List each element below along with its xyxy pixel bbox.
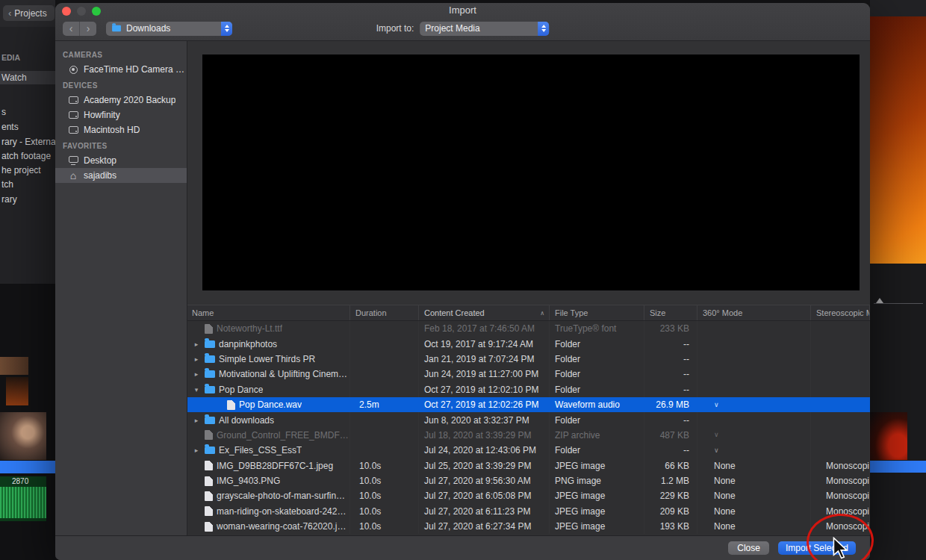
cell-created: Jul 27, 2020 at 6:05:08 PM <box>419 488 550 503</box>
file-name: danpinkphotos <box>219 339 277 349</box>
disclosure-triangle[interactable]: ▸ <box>192 355 201 363</box>
cell-name: woman-wearing-coat-762020.j… <box>187 519 350 534</box>
back-button[interactable]: ‹ <box>63 22 79 36</box>
table-row-all-downloads[interactable]: ▸All downloadsJun 8, 2020 at 3:32:37 PMF… <box>187 412 870 427</box>
cell-ftype: Folder <box>550 443 644 458</box>
dialog-titlebar[interactable]: Import <box>55 3 870 16</box>
cell-name: IMG_D9BB28DFF67C-1.jpeg <box>187 458 350 473</box>
cell-duration <box>350 321 419 336</box>
table-row-danpinkphotos[interactable]: ▸danpinkphotosOct 19, 2017 at 9:17:24 AM… <box>187 336 870 351</box>
sidebar-item-sajadibs[interactable]: sajadibs <box>55 168 187 183</box>
table-row-pop-dance-wav[interactable]: Pop Dance.wav2.5mOct 27, 2019 at 12:02:2… <box>187 397 870 412</box>
column-header-size[interactable]: Size <box>644 305 697 320</box>
cell-ftype: Folder <box>550 412 644 427</box>
cell-created: Feb 18, 2017 at 7:46:50 AM <box>419 321 550 336</box>
cell-created: Jul 18, 2020 at 3:39:29 PM <box>419 428 550 443</box>
sidebar-section-header: FAVORITES <box>55 137 187 153</box>
table-row-grayscale-photo-of-man-surfin[interactable]: grayscale-photo-of-man-surfin…10.0sJul 2… <box>187 488 870 503</box>
cell-stereo <box>811 352 870 367</box>
table-row-woman-wearing-coat-762020-j[interactable]: woman-wearing-coat-762020.j…10.0sJul 27,… <box>187 519 870 534</box>
bg-webcam-thumbnail <box>0 412 46 460</box>
zoom-window-button[interactable] <box>92 7 101 16</box>
cell-name: Pop Dance.wav <box>187 397 350 412</box>
cell-stereo <box>811 321 870 336</box>
bg-sidebar-fragment: s <box>1 107 6 117</box>
table-row-man-riding-on-skateboard-242[interactable]: man-riding-on-skateboard-242…10.0sJul 27… <box>187 504 870 519</box>
cell-created: Oct 27, 2019 at 12:02:26 PM <box>419 397 550 412</box>
cell-size: -- <box>644 367 697 382</box>
cell-duration: 2.5m <box>350 397 419 412</box>
column-header-ftype[interactable]: File Type <box>550 305 644 320</box>
file-name: grayscale-photo-of-man-surfin… <box>217 491 345 501</box>
cell-size: 487 KB <box>644 428 697 443</box>
location-dropdown[interactable]: Downloads <box>106 22 232 36</box>
preview-area <box>202 55 860 290</box>
cell-m360: None <box>697 473 811 488</box>
close-window-button[interactable] <box>62 7 71 16</box>
chevron-left-icon: ‹ <box>8 7 11 19</box>
sidebar-item-desktop[interactable]: Desktop <box>55 153 187 168</box>
cell-duration <box>350 336 419 351</box>
sidebar-section-header: DEVICES <box>55 77 187 93</box>
table-row-noteworthy-lt-ttf[interactable]: Noteworthy-Lt.ttfFeb 18, 2017 at 7:46:50… <box>187 321 870 336</box>
column-header-stereo[interactable]: Stereoscopic Mo <box>811 305 870 320</box>
bg-zoom-slider <box>874 303 923 304</box>
file-name: Pop Dance.wav <box>239 399 302 410</box>
location-dropdown-value: Downloads <box>126 23 217 34</box>
disclosure-triangle[interactable]: ▾ <box>192 386 201 393</box>
cell-duration: 10.0s <box>350 519 419 534</box>
history-nav: ‹ › <box>63 22 96 36</box>
window-title: Import <box>449 4 476 16</box>
bg-left-toolbar: ‹ Projects <box>0 0 55 27</box>
disclosure-triangle[interactable]: ▸ <box>192 417 201 424</box>
table-row-motivational-uplifting-cinema[interactable]: ▸Motivational & Uplifting Cinema…Jun 24,… <box>187 367 870 382</box>
cell-created: Jan 21, 2019 at 7:07:24 PM <box>419 352 550 367</box>
cell-size: 193 KB <box>644 519 697 534</box>
sidebar-item-academy-2020-backup[interactable]: Academy 2020 Backup <box>55 93 187 108</box>
bg-timeline-selected-clip-left <box>0 461 55 473</box>
document-icon <box>205 522 213 532</box>
cell-duration <box>350 428 419 443</box>
cell-duration: 10.0s <box>350 504 419 519</box>
sidebar-item-howfinity[interactable]: Howfinity <box>55 108 187 122</box>
document-icon <box>205 461 213 470</box>
file-name: IMG_9403.PNG <box>217 476 280 486</box>
document-icon <box>205 430 213 440</box>
disclosure-triangle[interactable]: ▸ <box>192 340 201 348</box>
cell-ftype: Waveform audio <box>550 397 644 412</box>
table-row-ex-files-css-esst[interactable]: ▸Ex_Files_CSS_EssTJul 24, 2020 at 12:43:… <box>187 443 870 458</box>
table-row-img-9403-png[interactable]: IMG_9403.PNG10.0sJul 27, 2020 at 9:56:30… <box>187 473 870 488</box>
disk-icon <box>67 94 79 106</box>
column-header-m360[interactable]: 360° Mode <box>697 305 811 320</box>
table-row-ground-control-free-bmdfilm[interactable]: Ground_Control_FREE_BMDFilm…Jul 18, 2020… <box>187 428 870 443</box>
cell-stereo <box>811 397 870 412</box>
import-to-dropdown[interactable]: Project Media <box>420 22 549 36</box>
disclosure-triangle[interactable]: ▸ <box>192 447 201 454</box>
cell-created: Jul 27, 2020 at 6:27:34 PM <box>419 519 550 534</box>
folder-icon <box>205 447 215 454</box>
import-to-dropdown-value: Project Media <box>425 23 533 34</box>
column-header-created[interactable]: Content Created∧ <box>419 305 550 320</box>
column-header-duration[interactable]: Duration <box>350 305 419 320</box>
cell-stereo <box>811 443 870 458</box>
cell-m360 <box>697 412 811 427</box>
projects-back-button[interactable]: ‹ Projects <box>3 5 55 21</box>
document-icon <box>205 476 213 486</box>
column-header-name[interactable]: Name <box>187 305 350 320</box>
cell-name: ▸Motivational & Uplifting Cinema… <box>187 367 350 382</box>
file-table-body: Noteworthy-Lt.ttfFeb 18, 2017 at 7:46:50… <box>187 321 870 535</box>
sidebar-item-facetime-hd-camera-b[interactable]: FaceTime HD Camera (B… <box>55 62 187 77</box>
table-row-simple-lower-thirds-pr[interactable]: ▸Simple Lower Thirds PRJan 21, 2019 at 7… <box>187 352 870 367</box>
preview-pane <box>187 41 870 305</box>
cell-duration: 10.0s <box>350 488 419 503</box>
document-icon <box>205 506 213 516</box>
sidebar-item-macintosh-hd[interactable]: Macintosh HD <box>55 122 187 137</box>
forward-button[interactable]: › <box>79 22 96 36</box>
table-row-img-d9bb28dff67c-1-jpeg[interactable]: IMG_D9BB28DFF67C-1.jpeg10.0sJul 25, 2020… <box>187 458 870 473</box>
table-row-pop-dance[interactable]: ▾Pop DanceOct 27, 2019 at 12:02:10 PMFol… <box>187 382 870 397</box>
file-name: All downloads <box>219 415 274 426</box>
cell-size: 26.9 MB <box>644 397 697 412</box>
disclosure-triangle[interactable]: ▸ <box>192 370 201 378</box>
close-button[interactable]: Close <box>728 541 769 555</box>
bg-sidebar-fragment: rary - Externa <box>1 137 56 147</box>
